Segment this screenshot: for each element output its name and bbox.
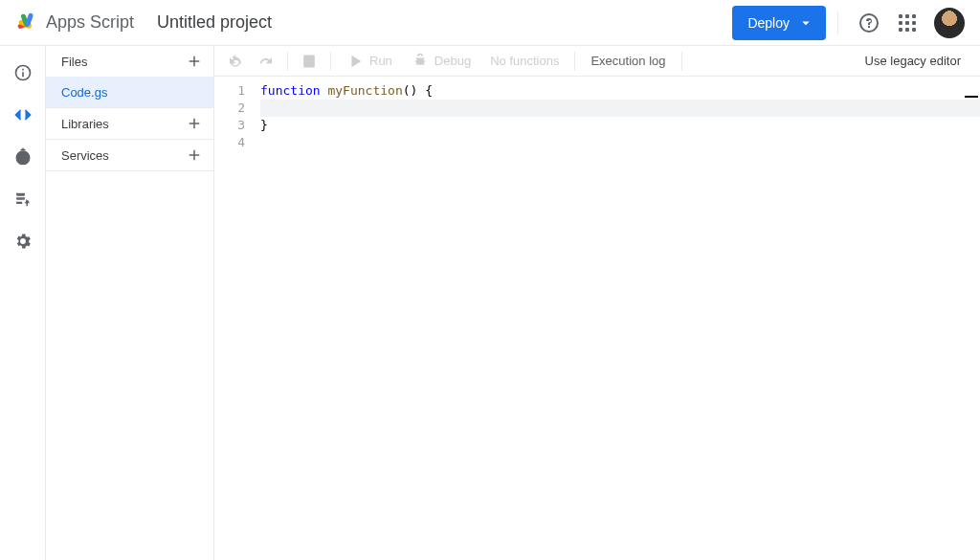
redo-icon: [257, 53, 275, 70]
bug-icon: [412, 53, 429, 70]
help-button[interactable]: [850, 4, 888, 42]
run-label: Run: [369, 54, 392, 68]
code-editor[interactable]: 1234 function myFunction() { }: [214, 77, 980, 560]
divider: [837, 11, 838, 34]
divider: [681, 52, 682, 71]
libraries-section-title: Libraries: [61, 117, 109, 131]
deploy-label: Deploy: [747, 15, 790, 31]
divider: [330, 52, 331, 71]
code-icon: [13, 105, 33, 124]
services-section-title: Services: [61, 148, 109, 163]
services-section-header: Services: [46, 140, 213, 170]
file-name: Code.gs: [61, 85, 107, 100]
plus-icon: [186, 115, 203, 132]
avatar-image: [934, 8, 965, 38]
info-icon: [13, 63, 33, 82]
libraries-section-header: Libraries: [46, 108, 213, 139]
apps-launcher-button[interactable]: [888, 4, 926, 42]
files-section-header: Files: [46, 46, 213, 77]
save-icon: [301, 53, 318, 70]
debug-label: Debug: [434, 54, 471, 68]
function-selector-label: No functions: [490, 54, 559, 68]
code-line[interactable]: [260, 134, 980, 151]
files-section-title: Files: [61, 55, 87, 69]
editor-toolbar: Run Debug No functions Execution log Use…: [214, 46, 980, 77]
add-file-button[interactable]: [183, 50, 206, 73]
legacy-editor-link[interactable]: Use legacy editor: [854, 54, 972, 68]
apps-grid-icon: [899, 14, 916, 32]
app-logo[interactable]: Apps Script: [15, 11, 134, 34]
executions-icon: [13, 190, 33, 209]
undo-button[interactable]: [222, 48, 249, 75]
triggers-nav-button[interactable]: [4, 138, 42, 176]
code-line[interactable]: function myFunction() {: [260, 82, 980, 100]
line-number: 2: [214, 100, 245, 117]
add-library-button[interactable]: [183, 112, 206, 135]
chevron-down-icon: [797, 14, 814, 32]
executions-nav-button[interactable]: [4, 180, 42, 218]
play-icon: [346, 53, 364, 70]
code-content[interactable]: function myFunction() { }: [253, 77, 980, 560]
undo-icon: [227, 53, 244, 70]
left-nav-rail: [0, 46, 46, 560]
code-line[interactable]: }: [260, 117, 980, 134]
deploy-button[interactable]: Deploy: [732, 6, 826, 40]
file-sidebar: Files Code.gs Libraries Services: [46, 46, 214, 560]
minimap: [965, 96, 978, 98]
line-number: 3: [214, 117, 245, 134]
app-name: Apps Script: [46, 12, 134, 33]
save-button[interactable]: [296, 48, 323, 75]
settings-nav-button[interactable]: [4, 222, 42, 260]
divider: [574, 52, 575, 71]
help-icon: [858, 11, 880, 34]
line-number-gutter: 1234: [214, 77, 253, 560]
code-line[interactable]: [260, 100, 980, 117]
run-button[interactable]: Run: [339, 48, 400, 75]
account-avatar[interactable]: [934, 8, 965, 38]
project-title[interactable]: Untitled project: [157, 12, 272, 33]
execution-log-label: Execution log: [590, 54, 665, 68]
divider: [287, 52, 288, 71]
redo-button[interactable]: [253, 48, 279, 75]
line-number: 4: [214, 134, 245, 151]
execution-log-button[interactable]: Execution log: [583, 48, 673, 75]
gear-icon: [13, 232, 33, 251]
debug-button[interactable]: Debug: [404, 48, 479, 75]
plus-icon: [186, 53, 203, 70]
file-item-code-gs[interactable]: Code.gs: [46, 77, 213, 107]
add-service-button[interactable]: [183, 144, 206, 167]
overview-nav-button[interactable]: [4, 54, 42, 92]
editor-nav-button[interactable]: [4, 96, 42, 134]
function-selector[interactable]: No functions: [482, 48, 567, 75]
plus-icon: [186, 146, 203, 164]
line-number: 1: [214, 82, 245, 100]
apps-script-logo-icon: [15, 11, 38, 34]
clock-icon: [13, 147, 33, 167]
